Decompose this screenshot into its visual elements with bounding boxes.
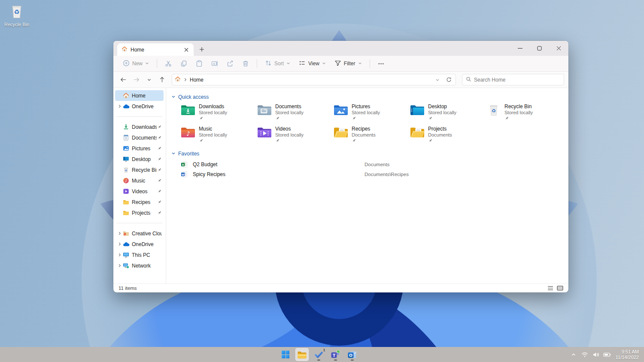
delete-button[interactable] [239, 58, 252, 69]
home-icon [122, 92, 130, 99]
desktop-recycle-bin[interactable]: ♻ Recycle Bin [3, 3, 31, 27]
favorite-item-spicy-recipes[interactable]: WSpicy RecipesDocuments\Recipes [179, 169, 568, 179]
copy-button[interactable] [177, 58, 191, 69]
tile-music-icon: ♪ [181, 126, 195, 140]
tab-strip: Home [113, 41, 568, 56]
sidebar-item-home[interactable]: Home [115, 90, 164, 101]
view-button[interactable]: View [295, 58, 329, 70]
forward-button[interactable] [131, 74, 142, 85]
search-input[interactable] [474, 77, 560, 83]
back-button[interactable] [118, 74, 129, 85]
tile-subtitle: Stored locally [199, 110, 227, 116]
sidebar-item-music[interactable]: ♪Music [115, 175, 164, 186]
minimize-button[interactable] [510, 41, 530, 56]
quick-access-tile-desktop[interactable]: DesktopStored locally [408, 103, 485, 124]
sidebar-item-projects[interactable]: Projects [115, 207, 164, 218]
taskbar-teams-icon[interactable]: T [328, 348, 342, 361]
pin-icon [352, 116, 380, 122]
chevron-right-icon[interactable] [117, 253, 122, 257]
section-quick-access-header[interactable]: Quick access [171, 94, 568, 100]
details-view-toggle[interactable] [547, 286, 553, 291]
tab-close-icon[interactable] [182, 46, 190, 54]
sidebar-item-documents[interactable]: Documents [115, 132, 164, 143]
tile-subtitle: Documents [352, 132, 376, 138]
paste-button[interactable] [192, 58, 206, 69]
recyclebin-icon: ♻ [122, 167, 130, 173]
see-more-button[interactable] [374, 58, 388, 69]
svg-text:X: X [182, 163, 184, 166]
tile-downloads-icon [181, 104, 195, 117]
sidebar-item-recycle-bin[interactable]: ♻Recycle Bin [115, 164, 164, 175]
sidebar-item-desktop[interactable]: Desktop [115, 154, 164, 164]
taskbar-todo-icon[interactable]: 1 [312, 348, 325, 361]
cut-button[interactable] [161, 58, 175, 69]
documents-icon [122, 134, 130, 141]
volume-icon[interactable] [591, 349, 601, 361]
new-tab-button[interactable] [196, 44, 207, 55]
filter-button-label: Filter [344, 61, 355, 67]
excel-file-icon: X [181, 161, 189, 168]
chevron-right-icon[interactable] [117, 104, 122, 108]
quick-access-tile-music[interactable]: ♪MusicStored locally [179, 125, 255, 146]
sidebar-item-this-pc[interactable]: This PC [115, 249, 164, 260]
sidebar-item-onedrive[interactable]: OneDrive [115, 239, 164, 249]
quick-access-tile-projects[interactable]: ProjectsDocuments [408, 125, 485, 146]
sidebar-item-label: Creative Cloud Files [132, 231, 162, 237]
sidebar-separator [117, 116, 162, 117]
tile-desktop-icon [410, 104, 425, 117]
clock[interactable]: 9:51 AM 11/14/2022 [613, 349, 642, 360]
battery-icon[interactable] [602, 349, 612, 361]
favorites-list: XQ2 BudgetDocumentsWSpicy RecipesDocumen… [179, 159, 568, 179]
chevron-right-icon[interactable] [117, 242, 122, 246]
breadcrumb-bar[interactable]: Home [172, 74, 456, 85]
tile-subtitle: Stored locally [428, 110, 456, 116]
running-indicator [317, 359, 320, 361]
breadcrumb-home[interactable]: Home [190, 77, 204, 83]
refresh-icon[interactable] [444, 76, 453, 84]
chevron-right-icon[interactable] [117, 231, 122, 235]
sidebar-item-onedrive[interactable]: OneDrive [115, 101, 164, 112]
sidebar-item-recipes[interactable]: Recipes [115, 197, 164, 207]
share-button[interactable] [223, 58, 237, 69]
recent-locations-button[interactable] [143, 74, 155, 85]
sidebar-item-network[interactable]: Network [115, 260, 164, 271]
view-icon [299, 60, 306, 68]
quick-access-tile-documents[interactable]: DocumentsStored locally [255, 103, 332, 124]
quick-access-tile-pictures[interactable]: PicturesStored locally [332, 103, 408, 124]
videos-icon [122, 188, 130, 195]
quick-access-tile-videos[interactable]: VideosStored locally [255, 125, 332, 146]
thumbnail-view-toggle[interactable] [557, 286, 563, 291]
address-dropdown-icon[interactable] [433, 76, 442, 84]
tab-home[interactable]: Home [117, 43, 194, 56]
quick-access-tile-downloads[interactable]: DownloadsStored locally [179, 103, 255, 124]
up-button[interactable] [156, 74, 167, 85]
sort-button[interactable]: Sort [261, 58, 294, 70]
tile-subtitle: Stored locally [275, 110, 304, 116]
taskbar-file-explorer-icon[interactable] [295, 348, 309, 361]
rename-button[interactable]: A [208, 58, 222, 69]
sidebar-item-pictures[interactable]: Pictures [115, 143, 164, 154]
filter-button[interactable]: Filter [331, 58, 365, 70]
pin-icon [199, 116, 227, 122]
chevron-up-icon[interactable] [568, 349, 579, 361]
wifi-icon[interactable] [580, 349, 590, 361]
chevron-right-icon[interactable] [117, 264, 122, 268]
sidebar-item-creative-cloud-files[interactable]: CcCreative Cloud Files [115, 228, 164, 239]
taskbar-start-icon[interactable] [278, 348, 292, 361]
pin-icon [428, 116, 456, 122]
sidebar-item-downloads[interactable]: Downloads [115, 122, 164, 132]
tile-documents-icon [257, 104, 272, 117]
favorite-item-q2-budget[interactable]: XQ2 BudgetDocuments [179, 159, 568, 169]
quick-access-tile-recipes[interactable]: RecipesDocuments [332, 125, 408, 146]
close-button[interactable] [549, 41, 568, 56]
tile-name: Pictures [352, 103, 380, 110]
pin-icon [157, 167, 162, 172]
taskbar-outlook-icon[interactable]: O [345, 348, 359, 361]
quick-access-tile-recycle-bin[interactable]: ♻Recycle BinStored locally [485, 103, 561, 124]
sidebar-item-videos[interactable]: Videos [115, 186, 164, 197]
new-button[interactable]: New [119, 58, 152, 70]
quick-access-grid: DownloadsStored locallyDocumentsStored l… [179, 103, 568, 146]
maximize-button[interactable] [530, 41, 549, 56]
section-favorites-header[interactable]: Favorites [171, 151, 568, 157]
chevron-down-icon [145, 61, 149, 67]
